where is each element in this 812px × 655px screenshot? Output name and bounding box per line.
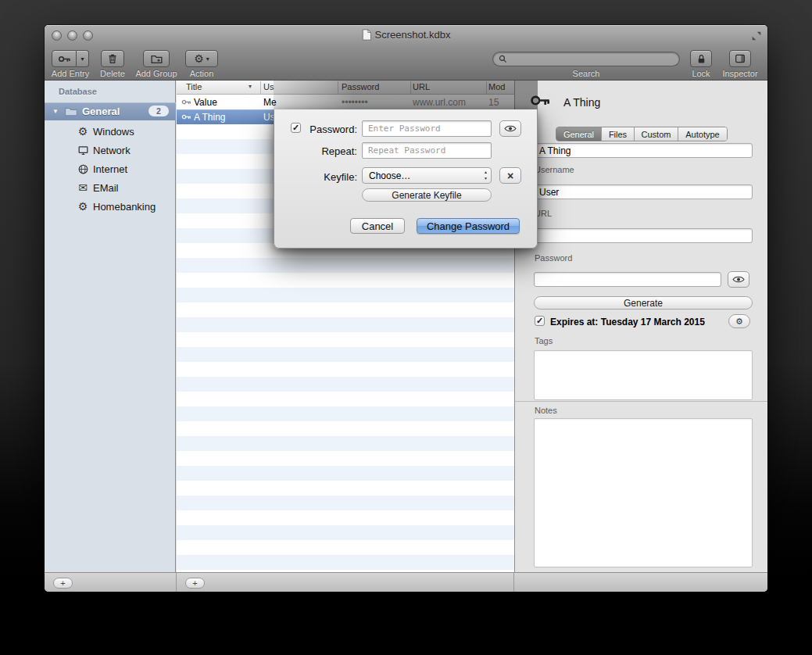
window-title-group: Screenshot.kdbx (362, 29, 451, 41)
notes-field[interactable] (534, 418, 753, 567)
username-field[interactable]: User (534, 184, 753, 199)
fullscreen-icon[interactable] (750, 30, 763, 42)
add-group-label: Add Group (133, 69, 180, 78)
tab-autotype[interactable]: Autotype (678, 127, 727, 141)
sheet-shadow-overlay (274, 81, 538, 109)
chevron-down-icon: ▾ (80, 55, 84, 63)
key-icon (58, 52, 71, 66)
expires-checkbox[interactable]: ✓ (535, 316, 545, 326)
action-label: Action (185, 69, 218, 78)
eye-icon (504, 124, 517, 133)
sidebar-item-email[interactable]: ✉ EMail (45, 178, 176, 197)
keyfile-value: Choose… (369, 170, 410, 181)
keyfile-popup[interactable]: Choose… ▲▼ (362, 167, 492, 184)
chevron-down-icon: ▾ (206, 55, 209, 63)
password-input[interactable]: Enter Password (362, 120, 492, 137)
password-checkbox[interactable]: ✓ (291, 123, 301, 133)
gear-icon: ⚙ (194, 52, 204, 65)
trash-icon (106, 52, 119, 65)
eye-icon (732, 275, 745, 284)
add-group-button[interactable] (143, 50, 170, 67)
expires-gear-button[interactable]: ⚙ (728, 314, 750, 328)
envelope-icon: ✉ (77, 181, 89, 194)
generate-keyfile-button[interactable]: Generate Keyfile (362, 188, 492, 202)
folder-icon (65, 106, 77, 116)
document-icon (362, 29, 371, 41)
add-entry-dropdown-button[interactable]: ▾ (77, 50, 89, 67)
sort-indicator-icon: ▾ (249, 83, 252, 90)
inspector-entry-title: A Thing (563, 96, 600, 109)
title-field[interactable]: A Thing (534, 143, 753, 158)
close-window-button[interactable] (52, 30, 62, 41)
sidebar-item-label: EMail (93, 182, 119, 194)
gear-icon: ⚙ (77, 200, 89, 213)
add-entry-plus-button[interactable]: + (185, 578, 205, 589)
add-entry-button[interactable] (52, 50, 77, 67)
tags-label: Tags (535, 336, 553, 345)
disclosure-triangle-icon[interactable]: ▼ (52, 108, 59, 115)
delete-label: Delete (98, 69, 127, 78)
tab-general[interactable]: General (556, 127, 602, 141)
generate-password-button[interactable]: Generate (534, 296, 753, 310)
gear-icon: ⚙ (77, 125, 89, 138)
monitor-icon (77, 144, 89, 156)
tab-files[interactable]: Files (602, 127, 635, 141)
checkmark-icon: ✓ (536, 316, 543, 326)
key-icon (181, 97, 191, 107)
sidebar-group-general[interactable]: ▼ General 2 (45, 102, 176, 120)
plus-icon: + (60, 579, 65, 588)
bottom-bar: + + (45, 572, 767, 592)
column-header-title[interactable]: Title (186, 82, 202, 91)
key-icon (181, 112, 191, 122)
password-label: Password (535, 253, 572, 263)
repeat-placeholder: Repeat Password (368, 145, 445, 156)
repeat-label: Repeat: (304, 145, 357, 157)
lock-icon (696, 53, 707, 65)
sidebar-item-internet[interactable]: Internet (45, 159, 176, 178)
inspector-label: Inspector (717, 69, 764, 78)
cancel-button[interactable]: Cancel (350, 218, 405, 234)
inspector-panel: A Thing General Files Custom Autotype A … (514, 81, 767, 572)
sidebar-item-label: Internet (93, 163, 127, 175)
group-count-badge: 2 (148, 106, 169, 116)
search-input[interactable] (492, 52, 680, 66)
delete-button[interactable] (101, 50, 124, 67)
action-button[interactable]: ⚙ ▾ (185, 50, 218, 67)
url-field[interactable] (534, 228, 753, 243)
app-window: Screenshot.kdbx ▾ Add Entry (45, 25, 767, 592)
sidebar: Database ▼ General 2 ⚙ Windows (45, 81, 176, 572)
repeat-input[interactable]: Repeat Password (362, 142, 492, 159)
sidebar-item-label: Network (93, 145, 131, 156)
zoom-window-button[interactable] (83, 30, 93, 41)
add-group-plus-button[interactable]: + (53, 578, 73, 589)
sidebar-item-label: Homebanking (93, 201, 156, 213)
column-divider (260, 81, 261, 94)
sidebar-item-network[interactable]: Network (45, 141, 176, 159)
titlebar: Screenshot.kdbx (45, 25, 767, 47)
entry-title: A Thing (194, 112, 225, 123)
sidebar-header: Database (59, 87, 97, 96)
expires-label: Expires at: Tuesday 17 March 2015 (550, 317, 705, 328)
tab-custom[interactable]: Custom (635, 127, 678, 141)
minimize-window-button[interactable] (67, 30, 77, 41)
change-password-button[interactable]: Change Password (417, 218, 520, 234)
inspector-tabs: General Files Custom Autotype (556, 127, 728, 141)
password-field[interactable] (534, 272, 721, 287)
gear-icon: ⚙ (735, 317, 743, 327)
lock-button[interactable] (690, 50, 712, 67)
tags-field[interactable] (534, 350, 753, 400)
reveal-password-button[interactable] (728, 271, 749, 288)
folder-plus-icon (150, 52, 163, 66)
sidebar-item-homebanking[interactable]: ⚙ Homebanking (45, 197, 176, 216)
search-icon (498, 54, 508, 64)
toolbar: ▾ Add Entry Delete Add Group ⚙ (45, 47, 767, 81)
clear-keyfile-button[interactable]: × (499, 167, 521, 184)
popup-arrows-icon: ▲▼ (484, 169, 488, 181)
reveal-password-button[interactable] (499, 120, 521, 137)
globe-icon (77, 163, 89, 175)
keyfile-label: Keyfile: (304, 171, 357, 183)
inspector-button[interactable] (729, 50, 751, 67)
sidebar-item-windows[interactable]: ⚙ Windows (45, 122, 176, 141)
column-header-username[interactable]: Us (263, 82, 274, 91)
pane-divider (176, 573, 177, 592)
